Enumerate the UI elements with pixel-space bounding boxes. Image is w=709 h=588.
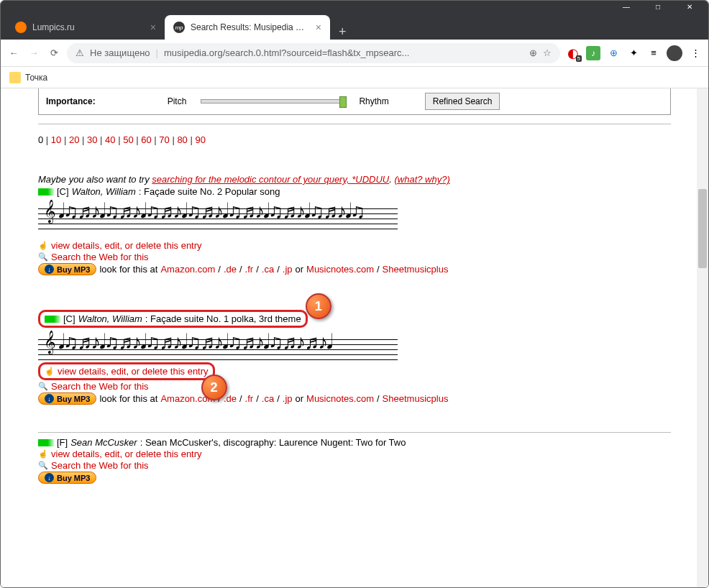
download-icon: ↓	[45, 265, 54, 274]
page-link[interactable]: 70	[159, 134, 169, 145]
amazon-fr-link[interactable]: .fr	[245, 393, 254, 404]
composer-name: Sean McCusker	[70, 437, 137, 448]
search-controls: Importance: Pitch Rhythm Refined Search	[38, 88, 671, 115]
page-link[interactable]: 50	[123, 134, 133, 145]
contour-link[interactable]: searching for the melodic contour of you…	[152, 174, 389, 185]
search-web-link[interactable]: Search the Web for this	[51, 460, 149, 471]
browser-tabbar: Lumpics.ru × mp Search Results: Musipedi…	[1, 12, 708, 40]
view-details-link[interactable]: view details, edit, or delete this entry	[51, 449, 202, 459]
scrollbar-track[interactable]	[697, 88, 708, 588]
favicon-icon: mp	[173, 22, 185, 33]
contour-hint: Maybe you also want to try searching for…	[38, 174, 671, 185]
amazon-de-link[interactable]: .de	[224, 393, 237, 404]
slider-thumb[interactable]	[339, 96, 347, 108]
buy-mp3-button[interactable]: ↓Buy MP3	[38, 392, 96, 405]
refined-search-button[interactable]: Refined Search	[425, 93, 500, 110]
music-notation: 𝄞 ♩♫♬♪♩♫♬♪♩♫♬♪♩♫♬♪♩♫♬♪♩♫♬♪♬♪♩	[38, 329, 398, 361]
folder-icon	[9, 72, 21, 83]
security-label: Не защищено	[90, 47, 150, 58]
divider	[38, 432, 671, 433]
relevance-bar	[38, 439, 54, 446]
musicnotes-link[interactable]: Musicnotes.com	[306, 264, 374, 275]
window-titlebar: — □ ✕	[1, 1, 708, 12]
bookmark-item[interactable]: Точка	[25, 73, 47, 83]
key-label: [C]	[57, 186, 69, 197]
search-web-link[interactable]: Search the Web for this	[51, 252, 149, 262]
hand-icon: ☝	[45, 367, 55, 377]
reading-list-icon[interactable]: ≡	[646, 46, 661, 60]
close-window-button[interactable]: ✕	[674, 1, 705, 12]
musicnotes-link[interactable]: Musicnotes.com	[306, 393, 374, 404]
page-link[interactable]: 90	[195, 134, 205, 145]
page-link[interactable]: 30	[87, 134, 97, 145]
search-result: [F] Sean McCusker: Sean McCusker's, disc…	[38, 437, 671, 484]
search-icon: 🔍	[38, 252, 48, 262]
composer-name: Walton, William	[72, 186, 136, 197]
search-web-link[interactable]: Search the Web for this	[51, 381, 149, 392]
close-tab-icon[interactable]: ×	[316, 22, 321, 33]
url-field[interactable]: ⚠ Не защищено | musipedia.org/search.0.h…	[67, 43, 560, 63]
download-icon: ↓	[45, 473, 54, 482]
extensions-menu-icon[interactable]: ✦	[626, 46, 641, 60]
extension-icon[interactable]: ◐5	[566, 46, 580, 60]
piece-title: : Sean McCusker's, discography: Laurence…	[140, 437, 406, 448]
annotation-highlight: [C] Walton, William: Façade suite No. 1 …	[38, 310, 308, 328]
page-link[interactable]: 20	[69, 134, 79, 145]
download-icon: ↓	[45, 394, 54, 403]
pagination: 0 | 10 | 20 | 30 | 40 | 50 | 60 | 70 | 8…	[38, 134, 671, 145]
tab-title: Lumpics.ru	[32, 22, 145, 32]
view-details-link[interactable]: view details, edit, or delete this entry	[51, 240, 202, 251]
pitch-rhythm-slider[interactable]	[201, 99, 344, 104]
profile-avatar[interactable]	[667, 45, 682, 61]
bookmarks-bar: Точка	[1, 67, 708, 88]
new-tab-button[interactable]: +	[330, 24, 355, 40]
music-notation: 𝄞 ♩♫♬♪♩♫♬♪♩♫♬♪♩♫♬♪♩♫♬♪♩♫♬♪♩♫♬♪♩♫	[38, 198, 398, 239]
tab-lumpics[interactable]: Lumpics.ru ×	[6, 15, 165, 40]
amazon-jp-link[interactable]: .jp	[283, 264, 293, 275]
amazon-de-link[interactable]: .de	[224, 264, 237, 275]
maximize-button[interactable]: □	[642, 1, 674, 12]
page-content: Importance: Pitch Rhythm Refined Search …	[1, 88, 708, 588]
search-icon: 🔍	[38, 382, 48, 392]
pitch-label: Pitch	[168, 96, 187, 106]
amazon-link[interactable]: Amazon.com	[160, 264, 215, 275]
relevance-bar	[38, 188, 54, 196]
forward-button[interactable]: →	[27, 46, 41, 60]
view-details-link[interactable]: view details, edit, or delete this entry	[58, 366, 209, 377]
page-link[interactable]: 60	[141, 134, 151, 145]
menu-icon[interactable]: ⋮	[688, 46, 703, 60]
relevance-bar	[45, 316, 60, 323]
amazon-jp-link[interactable]: .jp	[283, 393, 293, 404]
sheetmusicplus-link[interactable]: Sheetmusicplus	[383, 393, 449, 404]
minimize-button[interactable]: —	[610, 1, 642, 12]
extension-icon[interactable]: ⊕	[606, 46, 621, 60]
rhythm-label: Rhythm	[359, 96, 388, 106]
piece-title: : Façade suite No. 1 polka, 3rd theme	[145, 313, 301, 324]
extension-icon[interactable]: ♪	[586, 46, 600, 60]
tab-musipedia[interactable]: mp Search Results: Musipedia Meloc ×	[165, 15, 330, 40]
sheetmusicplus-link[interactable]: Sheetmusicplus	[383, 264, 449, 275]
page-link[interactable]: 40	[105, 134, 115, 145]
translate-icon[interactable]: ⊕	[529, 47, 537, 58]
annotation-highlight: ☝view details, edit, or delete this entr…	[38, 362, 215, 380]
favicon-icon	[15, 22, 27, 33]
back-button[interactable]: ←	[6, 46, 21, 60]
what-why-link[interactable]: (what? why?)	[394, 174, 449, 185]
amazon-fr-link[interactable]: .fr	[245, 264, 254, 275]
reload-button[interactable]: ⟳	[47, 46, 61, 60]
hand-icon: ☝	[38, 241, 48, 251]
scrollbar-thumb[interactable]	[698, 189, 707, 268]
buy-mp3-button[interactable]: ↓Buy MP3	[38, 263, 96, 275]
address-bar: ← → ⟳ ⚠ Не защищено | musipedia.org/sear…	[1, 40, 708, 67]
amazon-ca-link[interactable]: .ca	[262, 264, 274, 275]
search-result: [C] Walton, William: Façade suite No. 1 …	[38, 310, 671, 405]
buy-mp3-button[interactable]: ↓Buy MP3	[38, 472, 96, 484]
page-link[interactable]: 10	[51, 134, 61, 145]
url-text: musipedia.org/search.0.html?sourceid=fla…	[164, 47, 523, 58]
page-link[interactable]: 80	[177, 134, 187, 145]
amazon-ca-link[interactable]: .ca	[262, 393, 274, 404]
hand-icon: ☝	[38, 449, 48, 459]
annotation-badge: 2	[201, 375, 227, 400]
star-icon[interactable]: ☆	[543, 47, 552, 58]
close-tab-icon[interactable]: ×	[150, 22, 156, 33]
